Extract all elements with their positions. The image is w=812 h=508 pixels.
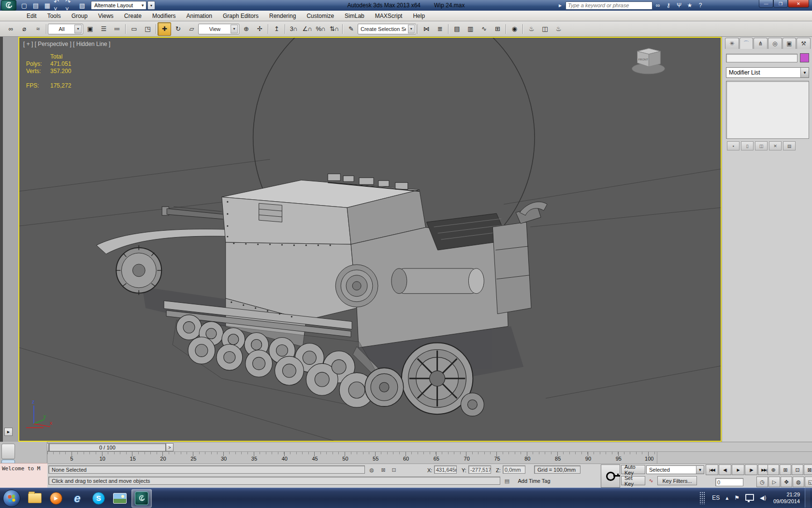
select-and-link-icon[interactable]: ∞ bbox=[4, 22, 17, 36]
remove-modifier-button[interactable]: ✕ bbox=[769, 141, 782, 150]
maximize-button[interactable]: ❐ bbox=[773, 0, 788, 8]
scene-explorer-icon[interactable]: ▥ bbox=[464, 22, 477, 36]
quick-access-customize-button[interactable]: ▼ bbox=[147, 1, 155, 10]
communication-center-icon[interactable]: Ψ bbox=[674, 1, 684, 10]
configure-modifier-sets-button[interactable]: ▤ bbox=[783, 141, 796, 150]
speaker-icon[interactable]: ◀⟩ bbox=[760, 494, 767, 501]
align-icon[interactable]: ≣ bbox=[433, 22, 447, 36]
next-frame-arrow-button[interactable]: > bbox=[166, 443, 174, 451]
default-tangent-icon[interactable]: ∿ bbox=[647, 477, 655, 484]
make-unique-button[interactable]: ◫ bbox=[755, 141, 768, 150]
bind-to-space-warp-icon[interactable]: ≈ bbox=[31, 22, 44, 36]
menu-views[interactable]: Views bbox=[93, 11, 119, 21]
internet-explorer-taskbar-icon[interactable]: e bbox=[68, 490, 87, 507]
show-hidden-icons-button[interactable]: ▴ bbox=[725, 494, 728, 501]
show-desktop-button[interactable] bbox=[805, 488, 810, 508]
time-tag-icon[interactable]: ▤ bbox=[503, 477, 511, 485]
show-end-result-button[interactable]: ▯ bbox=[741, 141, 754, 150]
viewport-label[interactable]: [ + ] [ Perspective ] [ Hidden Line ] bbox=[23, 41, 110, 47]
x-coordinate-field[interactable]: 431,645mm bbox=[434, 465, 457, 474]
search-input[interactable] bbox=[566, 1, 652, 10]
auto-key-button[interactable]: Auto Key bbox=[621, 465, 645, 474]
window-crossing-toggle-icon[interactable]: ◳ bbox=[141, 22, 154, 36]
named-selection-sets-dropdown[interactable]: Create Selection Se ▾ bbox=[358, 24, 416, 34]
orbit-viewport-button[interactable]: ◍ bbox=[793, 477, 804, 487]
language-indicator[interactable]: ES bbox=[712, 494, 720, 501]
close-button[interactable]: ✕ bbox=[788, 0, 809, 8]
manage-layers-icon[interactable]: ▤ bbox=[450, 22, 464, 36]
object-name-field[interactable] bbox=[726, 54, 798, 62]
menu-customize[interactable]: Customize bbox=[301, 11, 339, 21]
maximize-viewport-toggle-button[interactable]: ◱ bbox=[805, 477, 812, 487]
set-key-button[interactable]: Set Key bbox=[621, 476, 645, 485]
mirror-icon[interactable]: ⋈ bbox=[420, 22, 433, 36]
modifier-list-dropdown[interactable]: Modifier List ▼ bbox=[726, 67, 809, 78]
perspective-viewport[interactable]: FRONT z y x [ + ] [ Perspective ] [ Hidd… bbox=[18, 37, 722, 442]
menu-modifiers[interactable]: Modifiers bbox=[147, 11, 181, 21]
use-pivot-point-center-icon[interactable]: ⊕ bbox=[239, 22, 253, 36]
favorites-icon[interactable]: ★ bbox=[684, 1, 695, 10]
z-coordinate-field[interactable]: 0,0mm bbox=[503, 465, 525, 474]
select-and-move-icon[interactable]: ✚ bbox=[158, 22, 171, 36]
menu-group[interactable]: Group bbox=[66, 11, 93, 21]
select-and-scale-icon[interactable]: ▱ bbox=[185, 22, 198, 36]
hierarchy-tab[interactable]: ⋔ bbox=[754, 38, 768, 49]
search-icon[interactable]: ∞ bbox=[652, 1, 663, 10]
menu-tools[interactable]: Tools bbox=[42, 11, 66, 21]
menu-maxscript[interactable]: MAXScript bbox=[370, 11, 408, 21]
curve-editor-icon[interactable]: ∿ bbox=[477, 22, 491, 36]
menu-animation[interactable]: Animation bbox=[181, 11, 218, 21]
welcome-window-title[interactable]: Welcome to M bbox=[0, 463, 47, 488]
spinner-snap-toggle-icon[interactable]: ⇅∩ bbox=[327, 22, 341, 36]
zoom-all-button[interactable]: ⊞ bbox=[780, 464, 791, 475]
set-keys-key-button[interactable] bbox=[601, 464, 620, 488]
select-object-icon[interactable]: ▣ bbox=[83, 22, 97, 36]
image-viewer-taskbar-icon[interactable] bbox=[110, 490, 130, 507]
action-center-flag-icon[interactable]: ⚑ bbox=[734, 494, 740, 501]
explorer-taskbar-icon[interactable] bbox=[25, 490, 44, 507]
add-time-tag-button[interactable]: Add Time Tag bbox=[513, 476, 555, 485]
menu-simlab[interactable]: SimLab bbox=[339, 11, 370, 21]
open-file-icon[interactable]: ▤ bbox=[30, 1, 41, 10]
project-folder-icon[interactable]: ▧ bbox=[77, 1, 87, 10]
next-frame-button[interactable]: ||▶ bbox=[745, 464, 757, 475]
motion-tab[interactable]: ◎ bbox=[768, 38, 782, 49]
key-filters-button[interactable]: Key Filters... bbox=[657, 476, 697, 485]
selected-key-mode-dropdown[interactable]: Selected ▼ bbox=[646, 465, 704, 474]
pan-view-button[interactable]: ✥ bbox=[781, 477, 792, 487]
rectangular-selection-region-icon[interactable]: ▭ bbox=[127, 22, 141, 36]
modifier-stack[interactable] bbox=[726, 81, 809, 139]
subscription-key-icon[interactable]: ⚷ bbox=[663, 1, 674, 10]
snaps-toggle-icon[interactable]: 3∩ bbox=[287, 22, 300, 36]
keyboard-shortcut-override-icon[interactable]: ↥ bbox=[270, 22, 283, 36]
undo-icon[interactable]: ↶ ˅ bbox=[54, 1, 64, 10]
menu-create[interactable]: Create bbox=[119, 11, 147, 21]
create-tab[interactable]: ✳ bbox=[725, 38, 739, 49]
zoom-extents-all-button[interactable]: ⊠ bbox=[804, 464, 812, 475]
viewcube[interactable]: FRONT bbox=[632, 48, 665, 74]
expand-dock-arrow-button[interactable]: ▶ bbox=[4, 428, 13, 436]
selection-lock-icon[interactable]: ⊠ bbox=[379, 466, 388, 474]
skype-taskbar-icon[interactable]: S bbox=[89, 490, 108, 507]
infocenter-expand-icon[interactable]: ▸ bbox=[555, 1, 566, 10]
unlink-selection-icon[interactable]: ⌀ bbox=[17, 22, 31, 36]
select-by-layer-icon[interactable]: ≔ bbox=[110, 22, 124, 36]
background-window-button[interactable] bbox=[1, 444, 15, 459]
selection-filter-dropdown[interactable]: All ▾ bbox=[48, 24, 83, 34]
utilities-tab[interactable]: ⚒ bbox=[797, 38, 811, 49]
menu-rendering[interactable]: Rendering bbox=[264, 11, 301, 21]
pin-stack-button[interactable]: ▪ bbox=[727, 141, 740, 150]
modify-tab[interactable]: ⌒ bbox=[740, 38, 754, 49]
select-by-name-icon[interactable]: ☰ bbox=[97, 22, 110, 36]
zoom-extents-button[interactable]: ⊡ bbox=[792, 464, 803, 475]
angle-snap-toggle-icon[interactable]: ∠∩ bbox=[300, 22, 314, 36]
go-to-start-button[interactable]: |◀◀ bbox=[706, 464, 718, 475]
save-file-icon[interactable]: ▦ bbox=[42, 1, 53, 10]
isolate-selection-lightbulb-icon[interactable]: ◍ bbox=[367, 466, 376, 474]
y-coordinate-field[interactable]: -277,517m bbox=[468, 465, 491, 474]
taskbar-clock[interactable]: 21:29 09/09/2014 bbox=[773, 491, 800, 505]
menu-graph-editors[interactable]: Graph Editors bbox=[218, 11, 264, 21]
redo-icon[interactable]: ↷ ˅ bbox=[65, 1, 76, 10]
display-tab[interactable]: ▣ bbox=[783, 38, 797, 49]
render-production-icon[interactable]: ♨ bbox=[551, 22, 565, 36]
